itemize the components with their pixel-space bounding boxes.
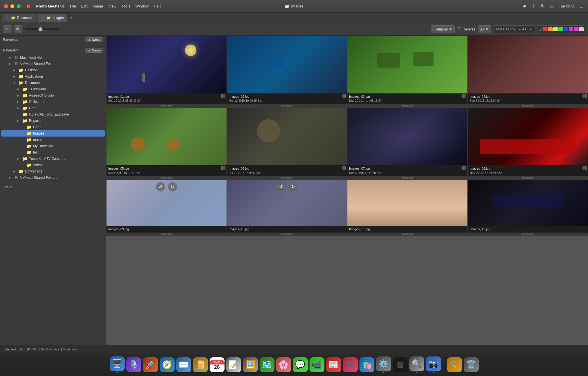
photo-cell-2[interactable]: Images_02.jpg Mar 12 2019 19:40:15 S#:: [227, 36, 347, 108]
color-dot-orange[interactable]: [548, 27, 553, 31]
photo-cell-12[interactable]: Images_12.jpg: [468, 180, 588, 236]
dock-item-photomechanic[interactable]: 📷: [426, 356, 441, 373]
color-dot-pink[interactable]: [574, 27, 579, 31]
photo-select-checkbox-4[interactable]: [583, 94, 587, 98]
sidebar-item-my-drawings[interactable]: ▶ 📁 My Drawings: [1, 143, 105, 149]
sidebar-item-images[interactable]: ▶ 📁 Images: [1, 130, 105, 137]
dock-item-calendar[interactable]: MAR 26: [210, 357, 225, 372]
app-name[interactable]: Photo Mechanic: [36, 4, 65, 8]
dock-item-trash[interactable]: 🗑️: [464, 357, 479, 372]
photo-select-checkbox-8[interactable]: [583, 166, 587, 170]
search-tool-button[interactable]: 🔍: [14, 25, 22, 33]
photo-select-checkbox-7[interactable]: [462, 166, 466, 170]
tab-images[interactable]: ✕ 📁 Images: [38, 14, 67, 22]
menu-file[interactable]: File: [70, 4, 76, 8]
sidebar-item-1password[interactable]: ▶ 📁 1Password: [1, 86, 105, 92]
dock-item-terminal[interactable]: ⬛: [393, 357, 408, 372]
tab-images-close[interactable]: ✕: [41, 16, 45, 20]
dock-item-maps[interactable]: 🗺️: [260, 357, 274, 372]
dock-item-textedit[interactable]: 📝: [226, 357, 241, 372]
color-dot-red[interactable]: [543, 27, 548, 31]
rotate-right-button-9[interactable]: ↻: [168, 182, 177, 191]
dock-item-systemprefs[interactable]: ⚙️: [376, 356, 391, 373]
sidebar-item-video[interactable]: ▶ 📁 Video: [1, 162, 105, 168]
sidebar-item-enpass[interactable]: ▶ 📁 Enpass: [1, 118, 105, 124]
photo-cell-7[interactable]: Images_07.jpg Dec 6 2016 17:17:59 S#:: [347, 108, 468, 179]
photo-cell-10[interactable]: ↺ ↻ Images_10.jpg: [227, 180, 347, 236]
photo-select-checkbox-1[interactable]: [221, 94, 225, 98]
dock-item-archiver[interactable]: 🗜️: [447, 357, 462, 372]
traffic-lights[interactable]: [4, 4, 21, 8]
sidebar-item-collectorz[interactable]: ▶ 📁 Collectorz: [1, 99, 105, 105]
photo-cell-11[interactable]: Images_11.jpg: [347, 180, 468, 236]
all-dropdown[interactable]: All ▼: [478, 25, 491, 33]
dock-item-safari[interactable]: 🧭: [160, 357, 175, 372]
tab-documents-close[interactable]: ✕: [5, 16, 9, 20]
sidebar-item-test[interactable]: ▶ 📁 test: [1, 149, 105, 156]
photo-cell-5[interactable]: Images_05.jpg Mar 8 2017 18:21:44 S#:: [106, 108, 227, 179]
color-dot-white[interactable]: [579, 27, 584, 31]
dock-item-finder[interactable]: 🖥️: [110, 356, 125, 373]
dock-item-notefile[interactable]: 📔: [193, 357, 208, 372]
zoom-thumb[interactable]: [38, 27, 42, 31]
close-button[interactable]: [4, 4, 8, 8]
dock-item-preview2[interactable]: 🔍: [409, 356, 424, 373]
cursor-tool-button[interactable]: ↖: [3, 25, 11, 33]
maximize-button[interactable]: [17, 4, 21, 8]
photo-select-checkbox-5[interactable]: [221, 166, 225, 170]
sidebar-item-desktop[interactable]: ▶ 📁 Desktop: [1, 67, 105, 73]
dock-item-music[interactable]: 🎵: [343, 357, 358, 372]
photo-cell-6[interactable]: Images_06.jpg Apr 10 2018 18:05:59 S#:: [227, 108, 347, 179]
search-icon[interactable]: 🔍: [540, 4, 545, 8]
dock-item-preview[interactable]: 🖼️: [243, 357, 258, 372]
tab-add-button[interactable]: +: [68, 15, 75, 21]
rotate-left-button-9[interactable]: ↺: [156, 182, 165, 191]
sort-dropdown[interactable]: Filename ▼: [431, 25, 455, 33]
dock-item-messages[interactable]: 💬: [293, 357, 308, 372]
dock-item-launchpad[interactable]: 🚀: [143, 357, 158, 372]
sidebar-item-music[interactable]: ▶ 📁 music: [1, 137, 105, 143]
sidebar-item-vmware2[interactable]: ▶ 🖥 VMware Shared Folders: [1, 174, 105, 181]
dock-item-siri[interactable]: 🎙️: [126, 357, 141, 372]
menu-window[interactable]: Window: [136, 4, 149, 8]
photo-cell-9[interactable]: ↺ ↻ ↖ Images_09.jpg: [106, 180, 227, 236]
photo-select-checkbox-2[interactable]: [342, 94, 346, 98]
menu-image[interactable]: Image: [93, 4, 103, 8]
dock-item-news[interactable]: 📰: [326, 357, 341, 372]
menu-help[interactable]: Help: [154, 4, 162, 8]
dock-item-facetime[interactable]: 📹: [310, 357, 324, 372]
photo-select-checkbox-6[interactable]: [342, 166, 346, 170]
minimize-button[interactable]: [10, 4, 14, 8]
navigator-name-badge[interactable]: ▲ Name: [85, 48, 103, 53]
color-dot-green[interactable]: [558, 27, 563, 31]
photo-cell-8[interactable]: Images_08.jpg May 29 2018 12:57:53 S#:: [468, 108, 588, 179]
menu-tools[interactable]: Tools: [121, 4, 130, 8]
color-filter[interactable]: ☑: [537, 25, 585, 33]
favorites-name-badge[interactable]: ▲ Name: [85, 37, 103, 42]
tab-documents[interactable]: ✕ 📁 Documents: [2, 14, 37, 22]
reverse-checkbox[interactable]: [457, 27, 461, 31]
color-dot-blue[interactable]: [564, 27, 568, 31]
sidebar-item-corel[interactable]: ▶ 📁 Corel: [1, 105, 105, 111]
dock-item-mail[interactable]: ✉️: [176, 357, 191, 372]
color-dot-purple[interactable]: [569, 27, 573, 31]
menu-edit[interactable]: Edit: [81, 4, 88, 8]
photo-cell-3[interactable]: Images_03.jpg Dec 20 2014 14:05:15 S#:: [347, 36, 468, 108]
photo-select-checkbox-3[interactable]: [462, 94, 466, 98]
dock-item-appstore[interactable]: 🛍️: [359, 357, 374, 372]
rotate-right-button-10[interactable]: ↻: [288, 182, 297, 191]
star-filter[interactable]: ☑ 0★ 1★ 2★ 3★ 4★ 5★: [494, 25, 535, 33]
color-dot-yellow[interactable]: [553, 27, 558, 31]
apple-menu[interactable]: 🍎: [26, 4, 31, 8]
sidebar-item-documents[interactable]: ▼ 📂 Documents: [1, 80, 105, 86]
zoom-track[interactable]: [25, 28, 59, 30]
sidebar-item-tuneskit[interactable]: ▶ 📁 TunesKit M4V Converter: [1, 156, 105, 162]
sidebar-item-aiseesoft[interactable]: ▶ 📁 Aiseesoft Studio: [1, 92, 105, 99]
rotate-left-button-10[interactable]: ↺: [276, 182, 285, 191]
sidebar-item-grids[interactable]: ▶ 📁 Grids: [1, 124, 105, 130]
sidebar-item-vmware[interactable]: ▶ 🖥 VMware Shared Folders: [1, 61, 105, 67]
sidebar-item-macintosh-hd[interactable]: ▶ 🖥 Macintosh HD: [1, 54, 105, 61]
zoom-slider[interactable]: [25, 28, 59, 30]
dock-item-photos[interactable]: 🌸: [276, 357, 291, 372]
sidebar-item-applications[interactable]: ▶ 📁 Applications: [1, 73, 105, 80]
